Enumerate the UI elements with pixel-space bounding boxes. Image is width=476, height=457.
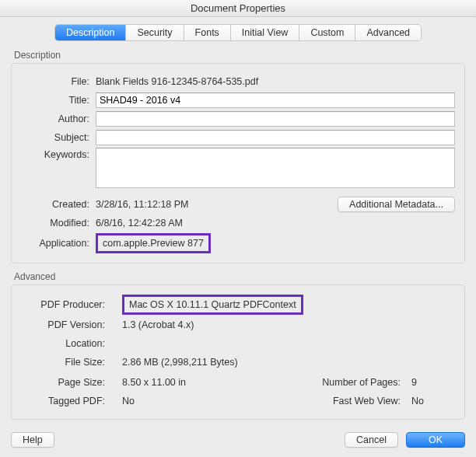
application-value: com.apple.Preview 877	[96, 233, 211, 253]
author-label: Author:	[21, 113, 96, 124]
modified-label: Modified:	[21, 218, 96, 228]
tab-security[interactable]: Security	[126, 25, 184, 40]
fastweb-value: No	[411, 396, 424, 406]
numpages-label: Number of Pages:	[315, 377, 407, 388]
ok-button[interactable]: OK	[406, 432, 465, 448]
numpages-value: 9	[411, 377, 417, 388]
application-label: Application:	[21, 238, 96, 249]
file-label: File:	[21, 76, 96, 87]
author-field[interactable]	[96, 111, 455, 127]
pdf-producer-value: Mac OS X 10.11.1 Quartz PDFContext	[122, 295, 303, 315]
title-field[interactable]	[96, 92, 455, 108]
subject-field[interactable]	[96, 130, 455, 145]
pdf-version-label: PDF Version:	[21, 319, 111, 330]
help-button[interactable]: Help	[11, 432, 54, 448]
advanced-group: PDF Producer: Mac OS X 10.11.1 Quartz PD…	[11, 284, 465, 420]
dialog-footer: Help Cancel OK	[11, 432, 465, 448]
advanced-group-title: Advanced	[14, 271, 465, 282]
modified-value: 6/8/16, 12:42:28 AM	[96, 218, 183, 228]
title-label: Title:	[21, 95, 96, 106]
location-label: Location:	[21, 338, 111, 349]
keywords-field[interactable]	[96, 148, 455, 188]
pdf-version-value: 1.3 (Acrobat 4.x)	[122, 319, 194, 330]
file-value: Blank Fields 916-12345-8764-535.pdf	[96, 76, 258, 87]
fastweb-label: Fast Web View:	[315, 396, 407, 406]
tab-advanced[interactable]: Advanced	[355, 25, 421, 40]
tab-initial-view[interactable]: Initial View	[231, 25, 300, 40]
pagesize-value: 8.50 x 11.00 in	[122, 377, 186, 388]
cancel-button[interactable]: Cancel	[345, 432, 398, 448]
created-value: 3/28/16, 11:12:18 PM	[96, 199, 189, 210]
description-group-title: Description	[14, 50, 465, 61]
tab-fonts[interactable]: Fonts	[184, 25, 231, 40]
filesize-label: File Size:	[21, 357, 111, 368]
keywords-label: Keywords:	[21, 148, 96, 160]
pagesize-label: Page Size:	[21, 377, 111, 388]
tab-custom[interactable]: Custom	[299, 25, 355, 40]
pdf-producer-label: PDF Producer:	[21, 299, 111, 310]
additional-metadata-button[interactable]: Additional Metadata...	[338, 197, 455, 212]
subject-label: Subject:	[21, 132, 96, 143]
filesize-value: 2.86 MB (2,998,211 Bytes)	[122, 357, 238, 368]
description-group: File: Blank Fields 916-12345-8764-535.pd…	[11, 63, 465, 263]
tagged-pdf-value: No	[122, 396, 135, 406]
created-label: Created:	[21, 199, 96, 210]
tagged-pdf-label: Tagged PDF:	[21, 396, 111, 406]
tab-description[interactable]: Description	[55, 25, 127, 40]
window-title: Document Properties	[0, 0, 476, 17]
tab-bar: Description Security Fonts Initial View …	[0, 17, 476, 47]
